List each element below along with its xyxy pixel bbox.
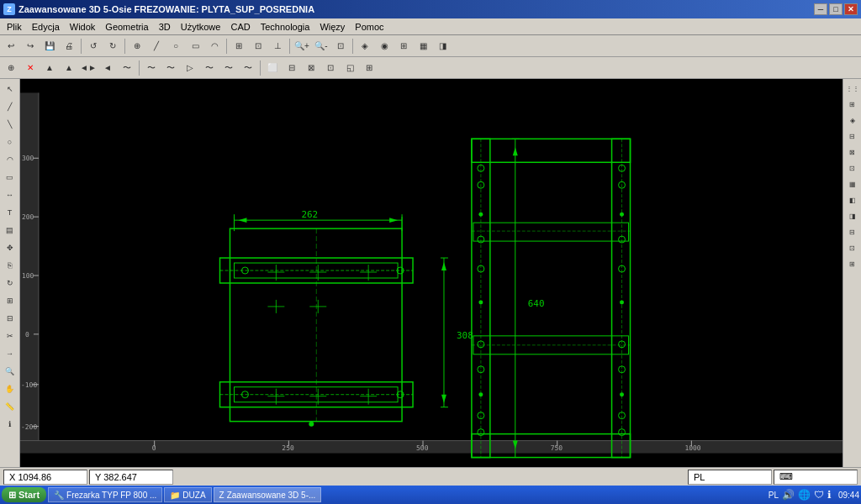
tb-arc[interactable]: ◠ (205, 37, 224, 55)
lt-rect[interactable]: ▭ (2, 169, 18, 186)
tb2-left[interactable]: ◄ (98, 59, 117, 77)
tb2-b3[interactable]: ⊠ (302, 59, 320, 77)
rt-11[interactable]: ⊡ (845, 240, 860, 255)
lt-mirror[interactable]: ⊟ (2, 310, 18, 327)
tb-new[interactable]: ↩ (2, 37, 20, 55)
tb-rect[interactable]: ▭ (186, 37, 204, 55)
tb-zoom-out[interactable]: 🔍- (312, 37, 330, 55)
menu-pomoc[interactable]: Pomoc (350, 20, 388, 34)
tb2-a4[interactable]: 〜 (200, 59, 219, 77)
lt-move[interactable]: ✥ (2, 239, 18, 256)
tb-redo[interactable]: ↻ (103, 37, 122, 55)
tb2-move[interactable]: ⊕ (2, 59, 20, 77)
tb2-a3[interactable]: ▷ (181, 59, 199, 77)
lt-polyline[interactable]: ╲ (2, 116, 18, 133)
lt-select[interactable]: ↖ (2, 81, 18, 97)
lt-props[interactable]: ℹ (2, 416, 18, 433)
rt-5[interactable]: ⊠ (845, 144, 860, 160)
tb-undo[interactable]: ↺ (84, 37, 103, 55)
svg-text:750: 750 (551, 444, 563, 452)
tb2-b6[interactable]: ⊞ (360, 59, 378, 77)
menu-technologia[interactable]: Technologia (256, 20, 315, 34)
tb-zoom-fit[interactable]: ⊡ (331, 37, 350, 55)
tb-print[interactable]: 🖨 (60, 37, 78, 55)
lt-dim[interactable]: ↔ (2, 186, 18, 203)
tb-circle[interactable]: ○ (166, 37, 185, 55)
rt-2[interactable]: ⊞ (845, 97, 860, 112)
lt-measure[interactable]: 📏 (2, 398, 18, 415)
tb-zoom-in[interactable]: 🔍+ (293, 37, 311, 55)
lt-zoom[interactable]: 🔍 (2, 363, 18, 380)
lt-text[interactable]: T (2, 204, 18, 221)
rt-6[interactable]: ⊡ (845, 160, 860, 176)
tb-select[interactable]: ⊕ (128, 37, 146, 55)
tb2-b5[interactable]: ◱ (341, 59, 359, 77)
rt-9[interactable]: ◨ (845, 208, 860, 223)
lt-trim[interactable]: ✂ (2, 328, 18, 344)
tb-save[interactable]: 💾 (40, 37, 59, 55)
tb-snap[interactable]: ⊞ (230, 37, 248, 55)
taskbar: ⊞ Start 🔧 Frezarka TYP FP 800 ... 📁 DUZA… (0, 486, 861, 504)
tb-open[interactable]: ↪ (21, 37, 40, 55)
menu-cad[interactable]: CAD (225, 20, 255, 34)
svg-text:308: 308 (457, 330, 473, 341)
taskbar-item-3[interactable]: Z Zaawansowane 3D 5-... (214, 487, 322, 502)
tb2-b1[interactable]: ⬜ (263, 59, 282, 77)
tb2-delete[interactable]: ✕ (21, 59, 40, 77)
tb2-lr[interactable]: ◄► (79, 59, 98, 77)
lt-copy[interactable]: ⎘ (2, 257, 18, 274)
rt-1[interactable]: ⋮⋮ (845, 81, 860, 96)
menu-widok[interactable]: Widok (65, 20, 101, 34)
tb-shade[interactable]: ◨ (433, 37, 452, 55)
rt-7[interactable]: ▦ (845, 176, 860, 192)
canvas-area[interactable]: 300 200 100 0 -100 -200 0 250 50 (20, 79, 843, 467)
close-button[interactable]: ✕ (844, 3, 858, 15)
svg-text:300: 300 (22, 155, 34, 162)
tb-render[interactable]: ◉ (375, 37, 394, 55)
menu-uzytkowe[interactable]: Użytkowe (176, 20, 226, 34)
menu-plik[interactable]: Plik (2, 20, 27, 34)
minimize-button[interactable]: ─ (814, 3, 827, 15)
rt-3[interactable]: ◈ (845, 113, 860, 128)
tb-grid[interactable]: ⊡ (249, 37, 267, 55)
lt-hatch[interactable]: ▤ (2, 222, 18, 239)
svg-text:250: 250 (282, 444, 294, 452)
taskbar-icon-1: 🔧 (54, 491, 64, 500)
tb2-a1[interactable]: 〜 (142, 59, 161, 77)
tb2-a5[interactable]: 〜 (219, 59, 238, 77)
lt-pan[interactable]: ✋ (2, 381, 18, 397)
tray-network: 🌐 (798, 489, 811, 501)
rt-4[interactable]: ⊟ (845, 129, 860, 144)
tb2-a2[interactable]: 〜 (161, 59, 180, 77)
maximize-button[interactable]: □ (829, 3, 843, 15)
tb-hidden[interactable]: ▦ (414, 37, 432, 55)
lt-rotate[interactable]: ↻ (2, 275, 18, 291)
menu-geometria[interactable]: Geometria (100, 20, 153, 34)
tb-wire[interactable]: ⊞ (394, 37, 413, 55)
tb2-up1[interactable]: ▲ (40, 59, 59, 77)
rt-10[interactable]: ⊟ (845, 224, 860, 239)
start-label: Start (18, 490, 40, 500)
tb2-up2[interactable]: ▲ (60, 59, 78, 77)
taskbar-item-1[interactable]: 🔧 Frezarka TYP FP 800 ... (48, 487, 162, 502)
tb-ortho[interactable]: ⊥ (268, 37, 287, 55)
lt-scale[interactable]: ⊞ (2, 292, 18, 309)
tb2-a6[interactable]: 〜 (239, 59, 257, 77)
rt-8[interactable]: ◧ (845, 192, 860, 207)
tb-3d-view[interactable]: ◈ (356, 37, 374, 55)
taskbar-item-2[interactable]: 📁 DUZA (164, 487, 211, 502)
lt-arc[interactable]: ◠ (2, 151, 18, 168)
sep2 (124, 39, 125, 54)
tb2-b4[interactable]: ⊡ (321, 59, 340, 77)
menu-wiezy[interactable]: Więzy (314, 20, 350, 34)
tb2-b2[interactable]: ⊟ (283, 59, 301, 77)
lt-circle[interactable]: ○ (2, 134, 18, 150)
lt-extend[interactable]: → (2, 345, 18, 362)
menu-edycja[interactable]: Edycja (27, 20, 65, 34)
tb-line[interactable]: ╱ (147, 37, 166, 55)
rt-12[interactable]: ⊞ (845, 256, 860, 271)
start-button[interactable]: ⊞ Start (2, 487, 46, 502)
menu-3d[interactable]: 3D (154, 20, 176, 34)
tb2-wave[interactable]: 〜 (118, 59, 136, 77)
lt-line[interactable]: ╱ (2, 98, 18, 115)
